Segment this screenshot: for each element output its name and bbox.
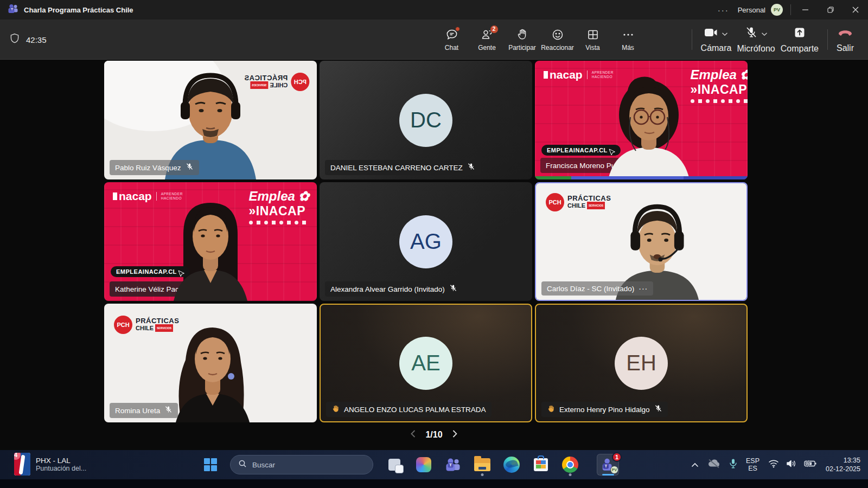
raised-hand-icon [547, 404, 555, 414]
close-button[interactable] [843, 0, 868, 20]
people-button[interactable]: 2 Gente [471, 20, 503, 60]
battery-icon[interactable] [804, 460, 817, 470]
participant-tile-henry[interactable]: EH Externo Henry Pino Hidalgo [535, 304, 748, 422]
camera-button[interactable]: Cámara [701, 20, 732, 60]
share-button[interactable]: Comparte [781, 20, 819, 60]
window-title: Charla Programa Prácticas Chile [24, 6, 133, 14]
screen-bottom-edge [0, 479, 868, 488]
microphone-button[interactable]: Micrófono [737, 20, 775, 60]
participant-name-label: Carlos Díaz - SC (Invitado) ··· [541, 281, 653, 296]
react-button[interactable]: Reaccionar [541, 20, 573, 60]
chat-button[interactable]: Chat [436, 20, 468, 60]
participant-menu-ellipsis[interactable]: ··· [639, 284, 648, 293]
taskbar-search[interactable] [230, 455, 373, 474]
participant-avatar: AG [399, 215, 452, 268]
svg-text:T: T [11, 8, 13, 11]
raise-hand-button[interactable]: Participar [506, 20, 538, 60]
tray-chevron-up[interactable] [691, 460, 699, 470]
onedrive-paused-icon[interactable] [707, 459, 720, 471]
minimize-button[interactable] [793, 0, 818, 20]
participant-tile-alexandra[interactable]: AG Alexandra Alvear Garrido (Invitado) [320, 182, 532, 301]
view-grid-icon [586, 28, 599, 41]
chat-icon [445, 28, 458, 41]
task-view-icon [388, 459, 400, 471]
participant-name-label: ANGELO ENZO LUCAS PALMA ESTRADA [326, 402, 492, 417]
edge-button[interactable] [500, 454, 522, 476]
teams-meeting-taskbar-button[interactable]: T PV 1 [597, 454, 619, 476]
mic-muted-icon [654, 404, 662, 414]
pch-practicas-chile-logo: PCH PRÁCTICAS CHILESERVICIOS [244, 73, 309, 91]
search-input[interactable] [252, 461, 350, 469]
open-app-indicator [569, 473, 571, 476]
chrome-icon [562, 457, 578, 473]
wifi-icon[interactable] [768, 459, 779, 470]
widget-subtitle: Puntuación del... [36, 465, 86, 472]
cursor-icon [609, 149, 615, 156]
leave-call-icon [837, 27, 853, 41]
title-bar: T Charla Programa Prácticas Chile ··· Pe… [0, 0, 868, 20]
participant-tile-katherine[interactable]: nacap APRENDERHACIENDO Emplea✿ »INACAP E… [104, 182, 317, 301]
windows-taskbar: 4 PHX - LAL Puntuación del... [0, 450, 868, 479]
leave-button[interactable]: Salir [837, 20, 854, 60]
participant-name-label: Romina Ureta [110, 403, 178, 418]
react-smiley-icon [551, 28, 564, 41]
teams-app-icon: T [8, 3, 18, 16]
participant-tile-carlos[interactable]: PCH PRÁCTICAS CHILESERVICIOS Carlos Díaz… [535, 182, 748, 301]
view-button[interactable]: Vista [577, 20, 609, 60]
clock[interactable]: 13:35 02-12-2025 [826, 456, 860, 473]
search-icon [238, 459, 247, 470]
microphone-muted-icon [745, 26, 758, 41]
start-button[interactable] [201, 455, 220, 474]
microphone-in-use-icon[interactable] [729, 458, 737, 471]
participant-tile-romina[interactable]: PCH PRÁCTICAS CHILESERVICIOS Romina Uret… [104, 304, 317, 422]
teams-notification-badge: 1 [612, 452, 622, 462]
next-page-chevron[interactable] [452, 429, 458, 440]
pch-practicas-chile-logo: PCH PRÁCTICAS CHILESERVICIOS [114, 316, 179, 334]
previous-page-chevron[interactable] [410, 429, 416, 440]
mic-muted-icon [186, 163, 194, 172]
inacap-logo: nacap APRENDERHACIENDO [544, 68, 614, 81]
language-indicator[interactable]: ESP ES [746, 457, 760, 472]
participant-name-label: Pablo Ruiz Vásquez [110, 160, 199, 175]
task-view-button[interactable] [383, 454, 405, 476]
video-stage: PCH PRÁCTICAS CHILESERVICIOS Pablo Ruiz … [0, 60, 868, 450]
maximize-restore-button[interactable] [818, 0, 843, 20]
active-app-indicator [602, 474, 614, 476]
raised-hand-icon [331, 404, 340, 414]
nba-logo-icon: 4 [14, 453, 30, 476]
teams-meeting-window: T Charla Programa Prácticas Chile ··· Pe… [0, 0, 868, 488]
microsoft-store-button[interactable] [529, 454, 552, 476]
participant-tile-pablo[interactable]: PCH PRÁCTICAS CHILESERVICIOS Pablo Ruiz … [104, 61, 317, 179]
more-button[interactable]: Más [612, 20, 644, 60]
microphone-options-chevron[interactable] [761, 29, 768, 38]
titlebar-more-menu[interactable]: ··· [709, 5, 738, 15]
shield-icon [9, 33, 21, 47]
participant-tile-angelo[interactable]: AE ANGELO ENZO LUCAS PALMA ESTRADA [320, 304, 532, 422]
profile-avatar[interactable]: PV [771, 4, 783, 16]
camera-options-chevron[interactable] [722, 29, 728, 38]
mic-muted-icon [164, 406, 173, 415]
meeting-toolbar: 42:35 Chat 2 [0, 20, 868, 60]
profile-name[interactable]: Personal [738, 6, 765, 14]
copilot-button[interactable] [412, 454, 435, 476]
volume-icon[interactable] [786, 459, 797, 470]
mic-muted-icon [467, 163, 475, 172]
meeting-avatar-overlay: PV [610, 466, 618, 474]
people-icon: 2 [481, 28, 494, 41]
teams-icon: T [445, 457, 461, 473]
participant-avatar: AE [399, 337, 452, 390]
taskbar-news-widget[interactable]: 4 PHX - LAL Puntuación del... [14, 453, 86, 476]
file-explorer-icon [474, 458, 490, 471]
empleainacap-url-pill: EMPLEAINACAP.CL [541, 145, 621, 156]
participant-name-label: DANIEL ESTEBAN CARRENO CARTEZ [325, 160, 481, 175]
chrome-button[interactable] [559, 454, 581, 476]
participant-grid: PCH PRÁCTICAS CHILESERVICIOS Pablo Ruiz … [104, 61, 748, 422]
emplea-icon-row [249, 221, 309, 224]
participant-tile-daniel[interactable]: DC DANIEL ESTEBAN CARRENO CARTEZ [320, 61, 532, 179]
copilot-icon [416, 457, 431, 472]
raise-hand-icon [516, 28, 529, 41]
participant-tile-francisca[interactable]: nacap APRENDERHACIENDO Emplea✿ »INACAP E… [535, 61, 748, 179]
file-explorer-button[interactable] [471, 454, 493, 476]
tray-time: 13:35 [826, 456, 860, 465]
teams-app-button[interactable]: T [442, 454, 464, 476]
